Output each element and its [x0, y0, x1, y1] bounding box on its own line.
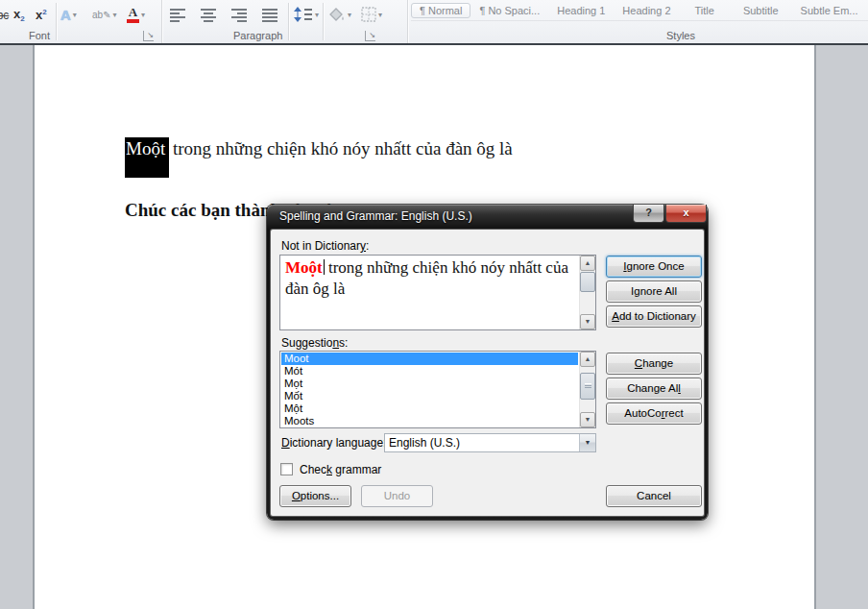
line-spacing-button[interactable]: ▾: [294, 3, 319, 26]
style-item-heading1[interactable]: Heading 1: [548, 3, 614, 18]
textbox-scrollbar[interactable]: ▲ ▼: [579, 256, 595, 329]
superscript-button[interactable]: x2: [36, 3, 47, 26]
suggestion-item[interactable]: Một: [281, 402, 578, 415]
ignore-once-button[interactable]: Ignore Once: [606, 256, 702, 278]
paint-bucket-icon: [328, 7, 346, 22]
spelling-grammar-dialog: Spelling and Grammar: English (U.S.) ? x…: [267, 205, 708, 520]
change-all-button[interactable]: Change All: [606, 378, 702, 400]
ribbon: abc x2 x2 A ▾ ab✎ ▾ A ▾: [0, 0, 868, 45]
undo-button: Undo: [361, 485, 433, 507]
align-right-icon: [230, 7, 248, 22]
font-color-icon: A: [127, 7, 139, 23]
chevron-down-icon: ▾: [141, 11, 145, 19]
suggestion-item[interactable]: Mọt: [281, 378, 578, 390]
misspelled-word[interactable]: Moột: [285, 258, 323, 277]
suggestion-item[interactable]: Moot: [281, 353, 578, 365]
selected-word-highlight[interactable]: Moột: [125, 137, 169, 178]
style-item-normal[interactable]: ¶ Normal: [411, 3, 470, 18]
paragraph-dialog-launcher[interactable]: ↘: [365, 31, 375, 41]
language-value: English (U.S.): [389, 436, 460, 450]
dialog-titlebar[interactable]: Spelling and Grammar: English (U.S.) ? x: [267, 205, 708, 230]
group-divider: [161, 0, 162, 43]
styles-gallery: ¶ Normal ¶ No Spaci... Heading 1 Heading…: [411, 0, 868, 21]
highlight-color-button[interactable]: ab✎ ▾: [92, 3, 117, 26]
suggestion-item[interactable]: Mốt: [281, 390, 578, 402]
subscript-button[interactable]: x2: [13, 3, 25, 26]
autocorrect-button[interactable]: AutoCorrect: [606, 402, 702, 425]
combo-dropdown-button[interactable]: ▼: [579, 434, 595, 451]
scroll-down-button[interactable]: ▼: [580, 314, 595, 329]
align-left-icon: [169, 7, 186, 22]
scroll-up-button[interactable]: ▲: [580, 256, 595, 271]
highlight-icon: ab✎: [92, 10, 111, 20]
dialog-title: Spelling and Grammar: English (U.S.): [279, 209, 472, 223]
style-item-no-spacing[interactable]: ¶ No Spaci...: [470, 3, 548, 18]
align-center-icon: [200, 7, 217, 22]
options-button[interactable]: Options...: [279, 485, 351, 507]
chevron-down-icon: ▼: [585, 439, 591, 446]
scroll-down-button[interactable]: ▼: [580, 412, 595, 427]
cancel-button[interactable]: Cancel: [606, 485, 702, 507]
suggestion-item[interactable]: Mót: [281, 365, 578, 378]
scroll-up-button[interactable]: ▲: [580, 352, 595, 367]
dialog-body: Not in Dictionary: Moột trong những chiệ…: [271, 230, 704, 516]
text-effects-icon: A: [60, 7, 71, 23]
strikethrough-icon: abc: [0, 6, 12, 23]
text-effects-button[interactable]: A ▾: [60, 3, 77, 26]
borders-button[interactable]: ▾: [361, 3, 382, 26]
shading-button[interactable]: ▾: [328, 3, 351, 26]
chevron-down-icon: ▾: [113, 11, 117, 19]
add-to-dictionary-button[interactable]: Add to Dictionary: [606, 305, 702, 328]
close-icon: x: [683, 207, 688, 218]
borders-icon: [361, 7, 376, 22]
thumb-grip-icon: [585, 383, 591, 384]
font-group-label: Font: [29, 30, 50, 41]
check-grammar-checkbox[interactable]: [280, 463, 293, 475]
error-sentence[interactable]: Moột trong những chiện khó nóy nhấtt của…: [285, 257, 576, 300]
dictionary-language-label: Dictionary language:: [281, 436, 386, 450]
selected-word[interactable]: Moột: [126, 138, 165, 158]
suggestions-listbox[interactable]: Moot Mót Mọt Mốt Một Moots ▲ ▼: [279, 351, 596, 428]
chevron-down-icon: ▾: [348, 11, 351, 19]
style-item-heading2[interactable]: Heading 2: [614, 3, 679, 18]
close-button[interactable]: x: [665, 205, 707, 223]
justify-icon: [261, 7, 278, 22]
style-item-subtle-emphasis[interactable]: Subtle Em...: [792, 3, 867, 18]
group-divider: [407, 0, 408, 43]
style-item-subtitle[interactable]: Subtitle: [730, 3, 792, 18]
suggestions-rows: Moot Mót Mọt Mốt Một Moots: [281, 353, 578, 427]
suggestions-label: Suggestions:: [281, 336, 348, 350]
change-button[interactable]: Change: [606, 353, 702, 375]
check-grammar-label[interactable]: Check grammar: [300, 463, 381, 476]
paragraph-group-label: Paragraph: [233, 30, 282, 41]
help-icon: ?: [645, 207, 652, 218]
style-item-title[interactable]: Title: [680, 3, 730, 18]
font-dialog-launcher[interactable]: ↘: [143, 31, 154, 41]
line-spacing-icon: [294, 7, 313, 22]
divider: [56, 3, 57, 40]
scroll-thumb[interactable]: [580, 373, 595, 400]
divider: [323, 3, 324, 40]
not-in-dictionary-textbox[interactable]: Moột trong những chiện khó nóy nhấtt của…: [279, 255, 596, 330]
styles-group-label: Styles: [666, 30, 695, 41]
not-in-dictionary-label: Not in Dictionary:: [281, 239, 369, 253]
align-center-button[interactable]: [200, 3, 217, 26]
scroll-thumb[interactable]: [580, 272, 595, 292]
suggestions-scrollbar[interactable]: ▲ ▼: [579, 352, 595, 427]
suggestion-item[interactable]: Moots: [281, 415, 578, 427]
chevron-down-icon: ▾: [73, 11, 77, 19]
help-button[interactable]: ?: [633, 205, 664, 223]
dictionary-language-combobox[interactable]: English (U.S.) ▼: [384, 433, 596, 452]
subscript-icon: x2: [13, 7, 25, 23]
chevron-down-icon: ▾: [378, 11, 382, 19]
document-line-1[interactable]: trong những chiện khó nóy nhấtt của đàn …: [173, 138, 513, 159]
strikethrough-button[interactable]: abc: [0, 3, 12, 26]
superscript-icon: x2: [36, 8, 47, 22]
align-left-button[interactable]: [169, 3, 186, 26]
divider: [288, 3, 289, 40]
chevron-down-icon: ▾: [315, 11, 319, 19]
ignore-all-button[interactable]: Ignore All: [606, 280, 702, 303]
justify-button[interactable]: [261, 3, 278, 26]
font-color-button[interactable]: A ▾: [127, 3, 145, 26]
align-right-button[interactable]: [230, 3, 248, 26]
